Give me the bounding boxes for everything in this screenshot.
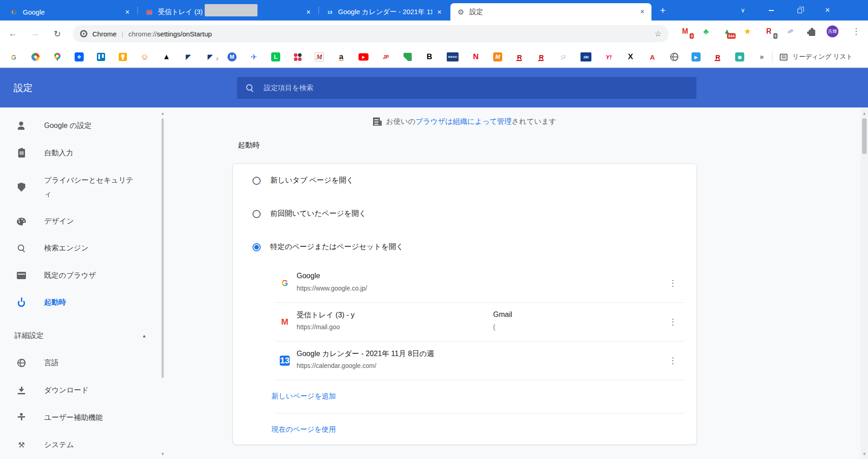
- maximize-restore-button[interactable]: [790, 0, 809, 20]
- browser-menu-button[interactable]: ⋮: [850, 26, 862, 37]
- scroll-up-icon[interactable]: ▲: [861, 111, 868, 116]
- bookmark-line[interactable]: L: [271, 52, 280, 61]
- extension-rakuten[interactable]: R5: [763, 26, 775, 37]
- add-new-page-link[interactable]: 新しいページを追加: [272, 392, 336, 401]
- bookmark-a-red[interactable]: A: [648, 52, 657, 61]
- extension-gmail[interactable]: M3: [679, 26, 691, 37]
- extension-evernote[interactable]: ♣: [700, 26, 712, 37]
- bookmark-netflix[interactable]: N: [471, 52, 480, 61]
- profile-avatar[interactable]: 吉輝: [827, 26, 838, 37]
- tab-google[interactable]: G Google ×: [4, 4, 136, 20]
- globe-icon: [670, 53, 678, 61]
- sidebar-item-autofill[interactable]: 自動入力: [0, 144, 73, 162]
- radio-checked-icon[interactable]: [252, 243, 261, 251]
- sidebar-item-appearance[interactable]: デザイン: [0, 212, 74, 230]
- sidebar-item-label: 言語: [44, 358, 59, 368]
- bookmark-x[interactable]: X: [626, 52, 635, 61]
- bookmark-yahoo-japan[interactable]: Y!: [604, 52, 613, 61]
- settings-search-input[interactable]: 設定項目を検索: [237, 77, 696, 99]
- sidebar-item-default-browser[interactable]: 既定のブラウザ: [0, 266, 96, 285]
- use-current-pages-link[interactable]: 現在のページを使用: [272, 425, 336, 434]
- sidebar-item-on-startup-active[interactable]: 起動時: [0, 293, 66, 311]
- bookmark-star-icon[interactable]: ☆: [655, 29, 661, 39]
- bookmark-clover[interactable]: [293, 52, 302, 61]
- tab-close-icon[interactable]: ×: [123, 8, 132, 16]
- bookmark-youtube[interactable]: ▶: [358, 53, 368, 61]
- bookmark-green-note[interactable]: [403, 52, 412, 61]
- radio-option-specific-pages[interactable]: 特定のページまたはページセットを開く: [233, 230, 696, 264]
- bookmark-amazon[interactable]: a: [337, 52, 346, 61]
- sidebar-item-label: デザイン: [44, 217, 74, 226]
- sidebar-item-accessibility[interactable]: ユーザー補助機能: [0, 408, 103, 427]
- startup-page-calendar: 13 Google カレンダー - 2021年 11月 8日の週 https:/…: [233, 341, 696, 380]
- bookmark-navy-sail-z[interactable]: ◤z: [206, 52, 215, 61]
- sidebar-scrollbar[interactable]: ▲ ▼: [159, 107, 167, 459]
- extension-star[interactable]: ★: [742, 26, 753, 37]
- tab-close-icon[interactable]: ×: [435, 8, 444, 16]
- radio-unchecked-icon[interactable]: [252, 210, 261, 218]
- tab-search-button[interactable]: ∨: [733, 0, 752, 20]
- bookmark-google-photos[interactable]: [31, 52, 40, 61]
- bookmark-moneyforward-orange[interactable]: M: [493, 52, 502, 61]
- extension-tree[interactable]: ▲344: [721, 26, 733, 37]
- bookmarks-overflow-chevron[interactable]: »: [760, 53, 764, 61]
- bookmark-teal-figure[interactable]: ☻: [735, 52, 744, 61]
- forward-button-disabled[interactable]: →: [29, 27, 41, 40]
- reload-button[interactable]: ↻: [51, 27, 64, 40]
- bookmark-rakuten[interactable]: R: [515, 52, 524, 61]
- scroll-down-icon[interactable]: ▼: [861, 452, 868, 456]
- bookmark-blue-play[interactable]: ▶: [691, 52, 701, 61]
- tab-close-icon[interactable]: ×: [638, 8, 647, 16]
- bookmark-japan-post[interactable]: JP: [381, 52, 390, 61]
- bookmark-ji[interactable]: ジ: [559, 52, 568, 61]
- bookmark-dropbox[interactable]: ❖: [75, 52, 84, 61]
- page-menu-button[interactable]: ⋮: [667, 278, 678, 288]
- sidebar-item-search-engine[interactable]: 検索エンジン: [0, 239, 89, 257]
- radio-unchecked-icon[interactable]: [252, 177, 261, 185]
- back-button[interactable]: ←: [6, 27, 19, 40]
- bookmark-black-triangle[interactable]: ▲: [162, 52, 171, 61]
- bookmark-face[interactable]: ☺: [140, 52, 149, 61]
- bookmark-rakuten-3[interactable]: R: [713, 52, 722, 61]
- bookmark-trello[interactable]: [96, 52, 106, 61]
- tab-settings-active[interactable]: ⚙ 設定 ×: [450, 3, 651, 20]
- sidebar-item-system[interactable]: ⚒ システム: [0, 436, 74, 454]
- calendar-favicon-icon: 13: [280, 356, 290, 366]
- bookmark-bulb[interactable]: [118, 52, 127, 61]
- bookmark-google[interactable]: G: [9, 52, 18, 61]
- bookmark-nikkei[interactable]: NIKKEI: [447, 52, 459, 61]
- tab-calendar[interactable]: 13 Google カレンダー - 2021年 11月 8 ×: [320, 4, 449, 20]
- bookmark-m-boxed[interactable]: M: [315, 52, 324, 61]
- bookmark-paper-plane[interactable]: ✈: [249, 52, 258, 61]
- sidebar-item-downloads[interactable]: ダウンロード: [0, 381, 89, 399]
- main-scrollbar[interactable]: ▲ ▼: [861, 107, 868, 459]
- scrollbar-thumb[interactable]: [862, 118, 867, 154]
- address-bar[interactable]: Chrome | chrome://settings/onStartup ☆: [73, 25, 669, 42]
- scrollbar-thumb[interactable]: [161, 118, 164, 378]
- bookmark-bloomberg[interactable]: B: [425, 52, 434, 61]
- extension-feather[interactable]: ✎: [783, 24, 797, 39]
- radio-option-continue[interactable]: 前回開いていたページを開く: [233, 197, 696, 230]
- close-window-button[interactable]: ×: [818, 0, 837, 20]
- new-tab-button[interactable]: +: [656, 3, 670, 18]
- extensions-puzzle-button[interactable]: [806, 26, 818, 37]
- bookmark-navy-sail[interactable]: ◤: [184, 52, 193, 61]
- minimize-button[interactable]: [762, 0, 781, 20]
- bookmark-google-maps[interactable]: [53, 52, 62, 61]
- scroll-down-icon[interactable]: ▼: [159, 452, 167, 456]
- page-menu-button[interactable]: ⋮: [667, 317, 678, 327]
- page-menu-button[interactable]: ⋮: [667, 356, 678, 366]
- sidebar-item-google-settings[interactable]: Google の設定: [0, 117, 91, 135]
- reading-list-button[interactable]: リーディング リスト: [780, 53, 853, 61]
- sidebar-item-privacy[interactable]: プライバシーとセキュリティ: [0, 173, 135, 202]
- managed-link[interactable]: ブラウザは組織によって管理: [415, 117, 511, 125]
- bookmark-globe[interactable]: [670, 52, 679, 61]
- tab-close-icon[interactable]: ×: [304, 8, 313, 16]
- sidebar-advanced-toggle[interactable]: 詳細設定 ▲: [15, 326, 146, 345]
- scroll-up-icon[interactable]: ▲: [159, 111, 167, 116]
- bookmark-moneyforward[interactable]: M: [227, 52, 237, 61]
- radio-option-new-tab[interactable]: 新しいタブ ページを開く: [233, 164, 696, 197]
- bookmark-rakuten-2[interactable]: R: [537, 52, 546, 61]
- sidebar-item-languages[interactable]: 言語: [0, 354, 59, 372]
- bookmark-sbi[interactable]: SBI: [580, 52, 591, 61]
